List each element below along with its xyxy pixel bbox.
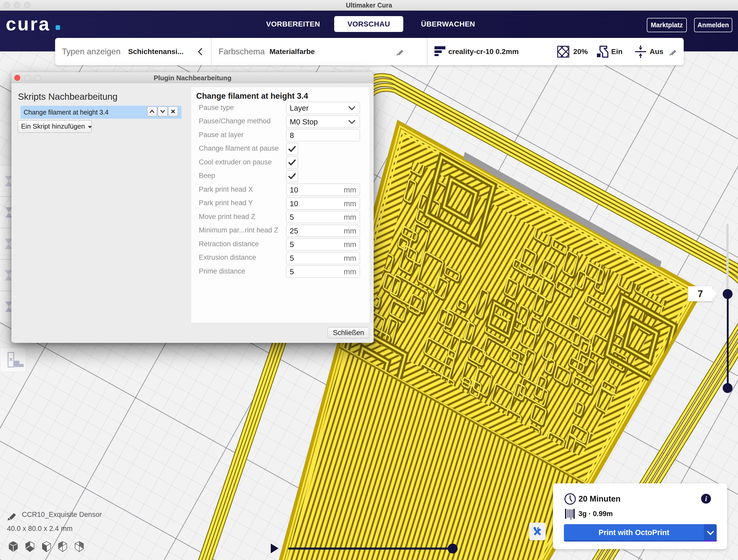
- svg-text:i: i: [705, 495, 707, 503]
